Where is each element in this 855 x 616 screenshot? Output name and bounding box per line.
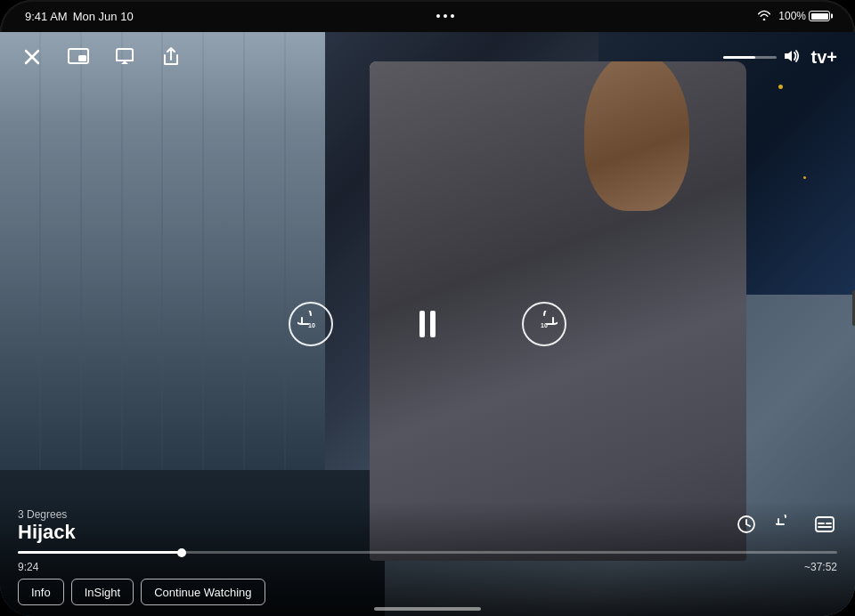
top-left-controls xyxy=(18,43,185,71)
ipad-frame: 9:41 AM Mon Jun 10 100% xyxy=(0,0,855,616)
battery-icon xyxy=(809,11,830,21)
stripe xyxy=(123,32,162,488)
title-section: 3 Degrees Hijack xyxy=(18,501,837,547)
volume-icon xyxy=(784,49,800,66)
forward-10-button[interactable]: 10 xyxy=(522,302,566,346)
apple-tv-logo: tv+ xyxy=(810,47,837,68)
battery-indicator: 100% xyxy=(778,10,830,22)
wifi-icon xyxy=(757,10,771,23)
progress-track xyxy=(18,551,837,554)
status-date: Mon Jun 10 xyxy=(73,10,134,23)
episode-title: Hijack xyxy=(18,521,76,544)
top-right-area: tv+ xyxy=(723,47,837,68)
close-button[interactable] xyxy=(18,43,46,71)
stripe xyxy=(163,32,202,488)
video-area: tv+ 10 xyxy=(0,32,855,616)
info-button[interactable]: Info xyxy=(18,579,64,605)
stripe xyxy=(204,32,243,488)
share-button[interactable] xyxy=(157,43,185,71)
pause-button[interactable] xyxy=(404,301,451,347)
show-title: 3 Degrees xyxy=(18,508,76,521)
volume-control[interactable] xyxy=(723,49,800,66)
status-bar: 9:41 AM Mon Jun 10 100% xyxy=(0,0,855,32)
dot2 xyxy=(444,14,447,18)
subtitles-button[interactable] xyxy=(812,512,837,537)
svg-text:10: 10 xyxy=(541,322,548,328)
pause-bar-right xyxy=(430,311,436,337)
status-right: 100% xyxy=(757,10,830,23)
progress-fill xyxy=(18,551,182,554)
continue-watching-button[interactable]: Continue Watching xyxy=(141,579,265,605)
pip-button[interactable] xyxy=(64,43,93,71)
dot3 xyxy=(451,14,454,18)
status-center xyxy=(436,14,454,18)
tv-plus-text: tv+ xyxy=(811,47,837,68)
title-left: 3 Degrees Hijack xyxy=(18,508,76,544)
svg-text:10: 10 xyxy=(308,322,315,328)
person-head xyxy=(584,61,689,211)
light-dot xyxy=(803,176,806,179)
stripe xyxy=(0,32,39,488)
stripe xyxy=(245,32,284,488)
time-remaining: ~37:52 xyxy=(804,561,837,573)
pause-bar-left xyxy=(419,311,425,337)
playback-speed-button[interactable] xyxy=(734,512,759,537)
progress-container[interactable] xyxy=(18,547,837,557)
title-right xyxy=(734,508,837,537)
svg-rect-5 xyxy=(816,517,834,531)
battery-fill xyxy=(811,13,828,20)
status-time: 9:41 AM xyxy=(25,10,68,23)
dot1 xyxy=(436,14,440,18)
time-row: 9:24 ~37:52 xyxy=(18,557,837,579)
airplay-button[interactable] xyxy=(110,43,139,71)
pause-icon xyxy=(419,311,436,337)
stripe xyxy=(41,32,80,488)
top-controls-bar: tv+ xyxy=(0,32,855,82)
volume-fill xyxy=(723,56,755,59)
curtain-panel xyxy=(0,32,325,488)
home-indicator xyxy=(374,607,481,611)
time-current: 9:24 xyxy=(18,561,38,573)
rewind-10-button[interactable]: 10 xyxy=(289,302,333,346)
svg-rect-1 xyxy=(78,55,86,61)
insight-button[interactable]: InSight xyxy=(71,579,134,605)
volume-track xyxy=(723,56,777,59)
light-dot xyxy=(778,85,783,89)
curtain-stripes xyxy=(0,32,325,488)
bottom-area: 3 Degrees Hijack xyxy=(0,501,855,616)
playback-controls: 10 10 xyxy=(289,301,566,347)
status-left: 9:41 AM Mon Jun 10 xyxy=(25,10,134,23)
rewind-icon-button[interactable] xyxy=(773,512,798,537)
stripe xyxy=(82,32,121,488)
progress-scrubber[interactable] xyxy=(177,548,186,557)
battery-pct: 100% xyxy=(778,10,806,22)
